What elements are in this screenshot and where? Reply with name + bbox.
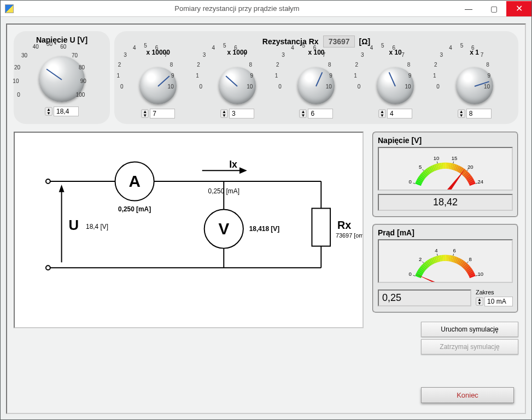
decade-tick-label: 4 [449,45,452,51]
schem-ix-label: Ix [229,159,237,170]
svg-marker-6 [59,185,65,192]
schem-v-value: 18,418 [V] [249,225,279,233]
decade-tick-label: 1 [117,73,120,79]
decade-tick-label: 3 [361,52,364,58]
decade-tick-label: 3 [203,52,206,58]
decade-tick-label: 9 [408,73,412,79]
voltage-tick-label: 60 [60,44,66,50]
decade-tick-label: 3 [440,52,443,58]
decade-tick-label: 2 [355,62,359,68]
decade-knob-scale: 012345678910 [273,45,359,116]
decade-tick-label: 4 [370,45,373,51]
svg-point-4 [46,265,50,270]
schem-v-letter: V [218,220,229,238]
voltage-panel-title: Napięcie U [V] [19,36,104,44]
decade-tick-label: 5 [302,43,305,49]
decade-tick-label: 10 [484,84,490,90]
main-board: Napięcie U [V] 0102030405060708090100 ▲▼… [6,23,526,414]
current-meter-panel: Prąd [mA] 0246810 0,25 Zakres ▲▼ 10 mA [372,224,518,313]
decade-tick-label: 7 [323,52,326,58]
decade-tick-label: 1 [196,73,199,79]
svg-line-13 [413,183,416,184]
gauge-tick-label: 5 [419,164,422,170]
decade-tick-label: 2 [118,62,121,68]
stop-simulation-button[interactable]: Zatrzymaj symulację [421,339,518,354]
decade-tick-label: 4 [133,45,136,51]
window-title: Pomiary rezystancji przy prądzie stałym [18,4,456,13]
schem-ix-value: 0,250 [mA] [208,187,239,195]
schem-rx-value: 73697 [om] [336,232,363,239]
decade-tick-label: 7 [243,52,247,58]
decade-tick-label: 0 [436,84,440,90]
decade-tick-label: 5 [223,43,226,49]
decade-knob-scale: 012345678910 [432,45,517,116]
decade-tick-label: 9 [329,73,332,79]
decade-tick-label: 9 [171,73,174,79]
window-frame: Pomiary rezystancji przy prądzie stałym … [0,0,532,420]
svg-line-16 [453,162,454,164]
voltage-tick-label: 80 [79,64,85,70]
decade-tick-label: 9 [250,73,254,79]
decade-cell: x 1012345678910▲▼8 [440,49,509,119]
rx-unit-label: [Ω] [359,37,371,46]
decade-tick-label: 9 [487,73,490,79]
voltage-tick-label: 100 [76,92,85,98]
gauge-tick-label: 15 [452,155,458,161]
decade-knob-scale: 012345678910 [353,45,438,116]
schem-u-label: U [68,217,79,233]
decade-tick-label: 5 [144,43,147,49]
voltage-meter-readout: 18,42 [378,194,513,211]
decade-tick-label: 1 [354,73,357,79]
close-button[interactable]: ✕ [506,1,531,16]
voltage-tick-label: 40 [33,44,39,50]
schem-u-value: 18,4 [V] [86,223,108,230]
decade-tick-label: 0 [200,84,203,90]
decade-tick-label: 5 [381,43,384,49]
decade-tick-label: 4 [212,45,215,51]
voltage-tick-label: 90 [80,78,86,84]
decade-tick-label: 2 [434,62,437,68]
voltage-tick-label: 50 [46,41,52,47]
maximize-button[interactable]: ▢ [481,1,506,16]
start-simulation-button[interactable]: Uruchom symulację [421,322,518,337]
gauge-tick-label: 0 [409,271,412,277]
decade-tick-label: 6 [392,45,395,51]
decade-tick-label: 8 [249,62,252,68]
minimize-button[interactable]: — [456,1,481,16]
gauge-tick-label: 20 [467,164,473,170]
current-range-spinner[interactable]: ▲▼ [476,297,483,306]
voltage-tick-label: 0 [17,92,20,98]
title-bar: Pomiary rezystancji przy prądzie stałym … [1,1,531,17]
svg-rect-12 [312,208,330,246]
gauge-tick-label: 10 [477,271,483,277]
decade-tick-label: 3 [282,52,285,58]
decade-tick-label: 1 [275,73,278,79]
decade-tick-label: 8 [328,62,331,68]
schem-a-letter: A [128,172,140,190]
decade-tick-label: 6 [313,45,317,51]
end-button[interactable]: Koniec [421,387,514,403]
decade-tick-label: 0 [278,84,282,90]
schem-rx-label: Rx [337,219,351,231]
decade-cell: x 100012345678910▲▼6 [282,49,350,119]
decade-tick-label: 6 [234,45,237,51]
decade-tick-label: 10 [247,84,253,90]
circuit-schematic: U 18,4 [V] A 0,250 [mA] Ix 0,250 [mA] V … [14,132,364,328]
decade-tick-label: 6 [155,45,159,51]
decade-cell: x 10000012345678910▲▼7 [124,49,192,119]
voltage-meter-panel: Napięcie [V] 0510152024 18,42 [372,132,518,217]
decade-tick-label: 2 [197,62,200,68]
current-range-field[interactable]: 10 mA [484,297,513,306]
voltage-tick-label: 20 [14,64,20,70]
decade-tick-label: 8 [486,62,489,68]
gauge-tick-label: 10 [434,155,440,161]
decade-tick-label: 4 [291,45,294,51]
svg-line-23 [467,262,469,263]
schem-a-value: 0,250 [mA] [118,205,151,213]
svg-line-21 [437,254,437,256]
svg-line-14 [423,169,424,171]
svg-line-15 [437,162,437,164]
decade-cell: x 10012345678910▲▼4 [361,49,430,119]
voltage-tick-label: 30 [21,52,27,58]
decade-tick-label: 10 [168,84,174,90]
